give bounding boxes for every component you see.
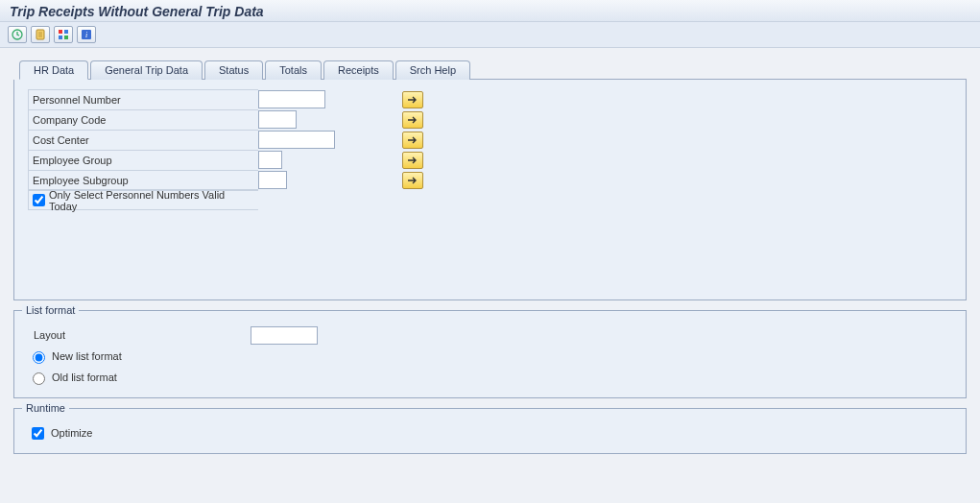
tab-status[interactable]: Status — [204, 60, 263, 80]
cost-center-multiselect[interactable] — [402, 132, 423, 149]
runtime-title: Runtime — [22, 402, 69, 414]
list-format-title: List format — [22, 304, 79, 316]
old-list-format-label: Old list format — [52, 371, 117, 383]
content-area: HR Data General Trip Data Status Totals … — [0, 48, 980, 466]
ledger-icon — [35, 29, 46, 40]
valid-today-checkbox[interactable] — [33, 194, 45, 206]
hr-data-panel: Personnel Number Company Code Cost Cente… — [13, 80, 967, 300]
svg-text:i: i — [85, 31, 87, 39]
optimize-checkbox[interactable] — [32, 427, 44, 440]
tab-srch-help[interactable]: Srch Help — [395, 60, 470, 80]
employee-group-input[interactable] — [258, 151, 282, 169]
arrow-right-icon — [407, 115, 418, 125]
optimize-option[interactable]: Optimize — [28, 424, 92, 443]
arrow-right-icon — [407, 156, 418, 165]
new-list-format-radio[interactable] — [33, 351, 45, 364]
company-code-label: Company Code — [28, 109, 258, 130]
new-list-format-option[interactable]: New list format — [28, 348, 122, 364]
arrow-right-icon — [407, 135, 418, 145]
cost-center-label: Cost Center — [28, 130, 258, 150]
tab-hr-data[interactable]: HR Data — [19, 60, 88, 80]
svg-rect-5 — [64, 36, 68, 39]
multicolor-icon — [58, 29, 69, 40]
clock-icon — [12, 29, 23, 40]
optimize-label: Optimize — [51, 427, 92, 439]
runtime-group: Runtime Optimize — [13, 408, 967, 454]
svg-rect-4 — [59, 36, 62, 39]
company-code-input[interactable] — [258, 110, 297, 129]
tabstrip: HR Data General Trip Data Status Totals … — [19, 60, 967, 80]
personnel-number-label: Personnel Number — [28, 89, 258, 109]
employee-subgroup-label: Employee Subgroup — [28, 170, 258, 190]
layout-input[interactable] — [251, 326, 318, 345]
toolbar: i — [0, 22, 980, 48]
employee-group-label: Employee Group — [28, 150, 258, 170]
personnel-number-input[interactable] — [258, 90, 325, 108]
window-header: Trip Receipts Without General Trip Data — [0, 0, 980, 22]
old-list-format-option[interactable]: Old list format — [28, 370, 117, 385]
old-list-format-radio[interactable] — [33, 372, 45, 385]
svg-rect-3 — [64, 30, 68, 34]
company-code-multiselect[interactable] — [402, 111, 423, 129]
tab-receipts[interactable]: Receipts — [323, 60, 394, 80]
info-button[interactable]: i — [77, 26, 96, 43]
list-format-group: List format Layout New list format Old l… — [13, 310, 967, 398]
layout-label: Layout — [28, 329, 251, 341]
valid-today-label: Only Select Personnel Numbers Valid Toda… — [49, 189, 254, 212]
new-list-format-label: New list format — [52, 350, 122, 362]
cost-center-input[interactable] — [258, 131, 335, 149]
employee-subgroup-input[interactable] — [258, 171, 287, 189]
variants-button[interactable] — [31, 26, 50, 43]
tab-totals[interactable]: Totals — [265, 60, 322, 80]
tab-general-trip-data[interactable]: General Trip Data — [90, 60, 203, 80]
execute-button[interactable] — [8, 26, 27, 43]
dynamic-selections-button[interactable] — [54, 26, 73, 43]
info-icon: i — [81, 29, 92, 40]
employee-subgroup-multiselect[interactable] — [402, 172, 423, 189]
arrow-right-icon — [407, 176, 418, 185]
arrow-right-icon — [407, 95, 418, 105]
personnel-number-multiselect[interactable] — [402, 91, 423, 108]
svg-rect-2 — [59, 30, 62, 34]
page-title: Trip Receipts Without General Trip Data — [10, 4, 970, 19]
employee-group-multiselect[interactable] — [402, 152, 423, 169]
